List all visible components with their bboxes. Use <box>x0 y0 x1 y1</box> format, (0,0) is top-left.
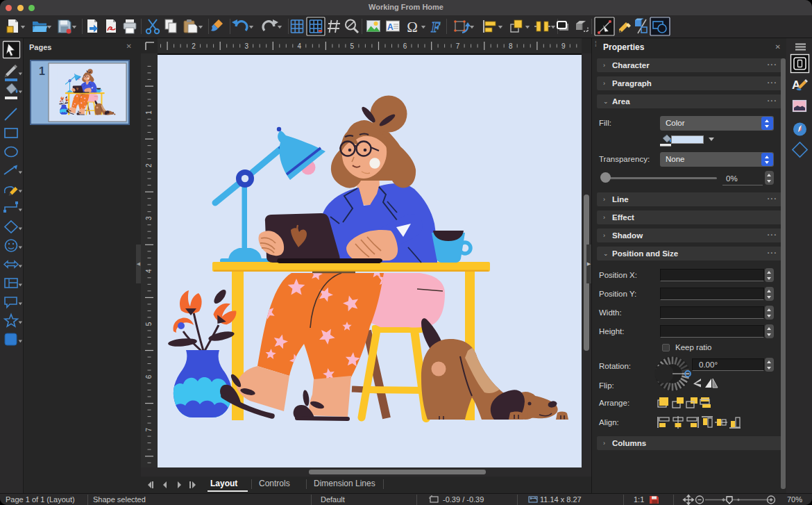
svg-text:F: F <box>430 19 441 35</box>
svg-text:9: 9 <box>561 42 566 50</box>
svg-text:1: 1 <box>39 65 45 77</box>
svg-text:2: 2 <box>145 163 153 167</box>
svg-text:7: 7 <box>456 42 460 50</box>
svg-text:1: 1 <box>145 110 153 115</box>
svg-text:Ω: Ω <box>407 19 418 35</box>
svg-text:6: 6 <box>403 42 407 50</box>
svg-text:3: 3 <box>244 42 248 50</box>
svg-text:4: 4 <box>145 269 153 273</box>
svg-text:5: 5 <box>350 42 355 50</box>
svg-text:3: 3 <box>145 216 153 220</box>
svg-text:8: 8 <box>509 42 513 50</box>
svg-text:7: 7 <box>145 427 153 431</box>
svg-text:A: A <box>387 22 394 32</box>
svg-text:4: 4 <box>298 42 302 50</box>
svg-text:2: 2 <box>192 42 196 50</box>
svg-text:5: 5 <box>145 322 153 326</box>
svg-text:6: 6 <box>145 374 153 379</box>
